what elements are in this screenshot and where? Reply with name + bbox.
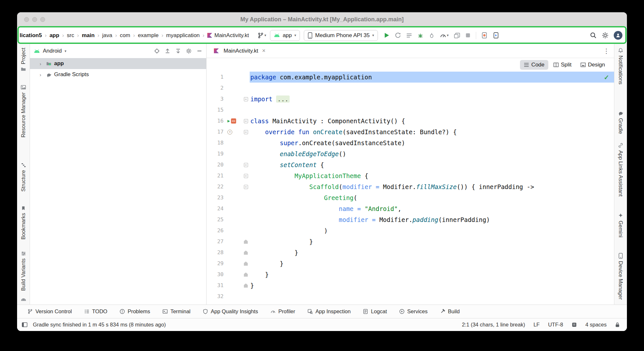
stripe-tab-app-links-assistant[interactable]: App Links Assistant bbox=[614, 143, 627, 196]
device-select[interactable]: Medium Phone API 35 ▾ bbox=[304, 30, 378, 41]
breadcrumb-item[interactable]: main bbox=[74, 32, 94, 39]
code-text[interactable]: package com.example.myapplication bbox=[250, 72, 614, 83]
code-text[interactable]: ) bbox=[250, 225, 614, 236]
code-line[interactable]: 22− Scaffold(modifier = Modifier.fillMax… bbox=[207, 181, 614, 192]
view-mode-design[interactable]: Design bbox=[577, 60, 609, 70]
line-number[interactable]: 27 bbox=[207, 236, 226, 247]
breadcrumb-item[interactable]: src bbox=[59, 32, 74, 39]
line-number[interactable]: 17 bbox=[207, 126, 226, 137]
vcs-widget[interactable]: ▾ bbox=[257, 32, 266, 39]
code-line[interactable]: 20− setContent { bbox=[207, 159, 614, 170]
code-text[interactable]: MyApplicationTheme { bbox=[250, 170, 614, 181]
run-configuration-select[interactable]: app ▾ bbox=[270, 30, 300, 41]
stripe-tab-notifications[interactable]: Notifications bbox=[614, 48, 627, 85]
stripe-tab-build-variants[interactable]: Build Variants bbox=[17, 251, 30, 291]
code-text[interactable]: enableEdgeToEdge() bbox=[250, 148, 614, 159]
line-number[interactable]: 1 bbox=[207, 72, 226, 83]
line-number[interactable]: 22 bbox=[207, 181, 226, 192]
tool-window-problems[interactable]: Problems bbox=[120, 308, 150, 315]
code-line[interactable]: 18 super.onCreate(savedInstanceState) bbox=[207, 137, 614, 148]
breadcrumb-item[interactable]: lication5 bbox=[20, 32, 42, 39]
device-mirroring-button[interactable] bbox=[481, 32, 488, 39]
profile-low-overhead-button[interactable] bbox=[454, 32, 460, 39]
code-line[interactable]: 28 } bbox=[207, 247, 614, 258]
code-text[interactable]: name = "Android", bbox=[250, 203, 614, 214]
zoom-button[interactable] bbox=[40, 17, 45, 22]
indent-setting[interactable]: 4 spaces bbox=[585, 322, 607, 328]
tool-window-todo[interactable]: TODO bbox=[84, 308, 107, 315]
apply-code-changes-button[interactable] bbox=[406, 32, 412, 39]
fold-open-icon[interactable]: − bbox=[244, 97, 248, 101]
file-encoding[interactable]: UTF-8 bbox=[548, 322, 563, 328]
chevron-right-icon[interactable]: › bbox=[40, 72, 43, 77]
stripe-tab-device-manager[interactable]: Device Manager bbox=[614, 253, 627, 300]
breadcrumb-item[interactable]: myapplication bbox=[159, 32, 200, 39]
stripe-tab-resource-manager[interactable]: Resource Manager bbox=[17, 85, 30, 137]
breadcrumb-item[interactable]: com bbox=[112, 32, 130, 39]
code-line[interactable]: 19 enableEdgeToEdge() bbox=[207, 148, 614, 159]
apply-changes-button[interactable] bbox=[395, 32, 401, 39]
code-line[interactable]: 23 Greeting( bbox=[207, 192, 614, 203]
code-text[interactable]: setContent { bbox=[250, 159, 614, 170]
chevron-right-icon[interactable]: › bbox=[40, 61, 43, 66]
line-number[interactable]: 24 bbox=[207, 203, 226, 214]
line-number[interactable]: 3 bbox=[207, 94, 226, 105]
stripe-tab-gemini[interactable]: Gemini bbox=[614, 213, 627, 237]
editor-options-kebab-icon[interactable]: ⋮ bbox=[603, 47, 614, 55]
code-line[interactable]: 17↑− override fun onCreate(savedInstance… bbox=[207, 126, 614, 137]
stripe-tab-emulator[interactable] bbox=[17, 297, 30, 301]
line-number[interactable]: 19 bbox=[207, 148, 226, 159]
code-text[interactable]: } bbox=[250, 269, 614, 280]
breadcrumb-item-file[interactable]: MainActivity.kt bbox=[200, 32, 249, 39]
search-everywhere-button[interactable] bbox=[590, 32, 597, 39]
code-text[interactable]: } bbox=[250, 258, 614, 269]
caret-position[interactable]: 2:1 (34 chars, 1 line break) bbox=[462, 322, 525, 328]
stripe-tab-project[interactable]: Project bbox=[17, 48, 30, 72]
fold-close-icon[interactable] bbox=[244, 251, 248, 255]
line-number[interactable]: 21 bbox=[207, 170, 226, 181]
breadcrumb-item[interactable]: app bbox=[42, 32, 59, 39]
code-text[interactable]: super.onCreate(savedInstanceState) bbox=[250, 137, 614, 148]
code-text[interactable] bbox=[250, 291, 614, 302]
hide-panel-icon[interactable] bbox=[197, 48, 202, 54]
line-number[interactable]: 30 bbox=[207, 269, 226, 280]
tree-node-gradle-scripts[interactable]: › Gradle Scripts bbox=[30, 69, 206, 80]
code-line[interactable]: 25 modifier = Modifier.padding(innerPadd… bbox=[207, 214, 614, 225]
lock-icon[interactable] bbox=[615, 322, 620, 327]
editor-tab-mainactivity[interactable]: MainActivity.kt × bbox=[210, 44, 270, 58]
code-text[interactable]: override fun onCreate(savedInstanceState… bbox=[250, 126, 614, 137]
minimize-button[interactable] bbox=[32, 17, 37, 22]
code-line[interactable]: 3−import ... bbox=[207, 94, 614, 105]
project-view-select[interactable]: Android bbox=[43, 48, 62, 54]
code-text[interactable]: } bbox=[250, 247, 614, 258]
compose-gutter-icon[interactable]: <> bbox=[231, 118, 236, 124]
debug-button[interactable] bbox=[417, 32, 424, 39]
run-gutter-icon[interactable]: ▶ bbox=[227, 115, 230, 126]
code-text[interactable]: } bbox=[250, 280, 614, 291]
fold-close-icon[interactable] bbox=[244, 262, 248, 266]
expand-all-icon[interactable] bbox=[175, 48, 181, 54]
tool-window-services[interactable]: Services bbox=[399, 308, 428, 315]
code-line[interactable]: 1package com.example.myapplication bbox=[207, 72, 614, 83]
stop-button[interactable] bbox=[465, 32, 471, 38]
tool-window-logcat[interactable]: Logcat bbox=[363, 308, 387, 315]
close-tab-icon[interactable]: × bbox=[262, 47, 265, 54]
code-text[interactable]: Scaffold(modifier = Modifier.fillMaxSize… bbox=[250, 181, 614, 192]
line-number[interactable]: 20 bbox=[207, 159, 226, 170]
collapse-all-icon[interactable] bbox=[165, 48, 170, 54]
fold-close-icon[interactable] bbox=[244, 240, 248, 244]
code-line[interactable]: 27 } bbox=[207, 236, 614, 247]
tool-window-terminal[interactable]: Terminal bbox=[162, 308, 190, 315]
code-text[interactable]: class MainActivity : ComponentActivity()… bbox=[250, 115, 614, 126]
code-line[interactable]: 31} bbox=[207, 280, 614, 291]
line-separator[interactable]: LF bbox=[533, 322, 540, 328]
code-line[interactable]: 26 ) bbox=[207, 225, 614, 236]
line-number[interactable]: 15 bbox=[207, 105, 226, 115]
view-mode-code[interactable]: Code bbox=[520, 60, 548, 70]
line-number[interactable]: 29 bbox=[207, 258, 226, 269]
stripe-tab-structure[interactable]: Structure bbox=[17, 163, 30, 192]
attach-debugger-button[interactable] bbox=[428, 32, 435, 39]
line-number[interactable]: 25 bbox=[207, 214, 226, 225]
stripe-tab-gradle[interactable]: Gradle bbox=[614, 110, 627, 134]
tool-window-version-control[interactable]: Version Control bbox=[27, 308, 72, 315]
